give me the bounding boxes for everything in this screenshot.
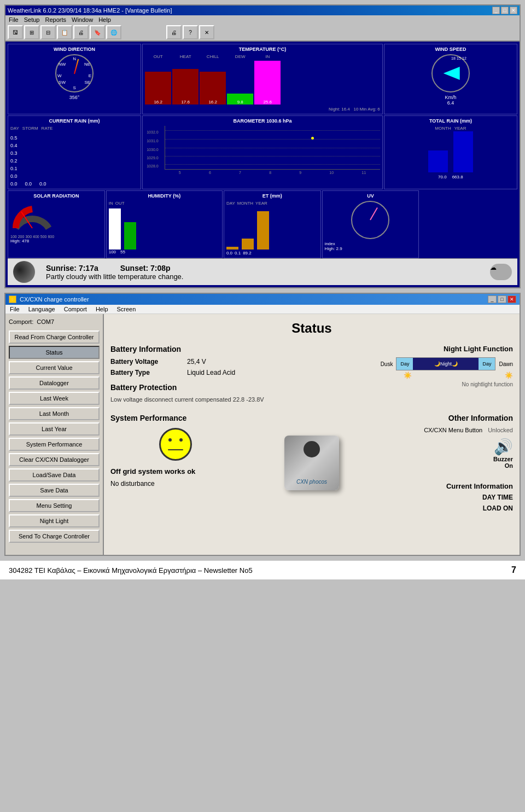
toolbar-btn-7[interactable]: 🌐 [106,25,121,39]
toolbar-btn-5[interactable]: 🖨 [73,25,89,39]
uv-index-label: index [325,241,417,246]
baro-x-10: 10 [329,171,334,175]
temp-bar-in: 25.6 [254,61,281,105]
et-bar-day [226,247,238,250]
cc-window: ⚡ CX/CXN charge controller _ □ ✕ File La… [4,293,521,556]
et-bar-year [257,211,269,250]
temp-bar-dew: 9.8 [227,94,253,105]
cc-menu-language[interactable]: Language [28,306,55,312]
cc-bottom-sections: System Performance Off grid system works… [110,414,513,512]
baro-line-1030: 1030.0 [165,148,380,148]
menu-setup[interactable]: Setup [24,16,40,23]
et-bars [226,206,318,250]
cc-menu-screen[interactable]: Screen [117,306,136,312]
current-rain-values: 0.0 0.0 0.0 [10,181,138,187]
current-rain-panel: CURRENT RAIN (mm) DAY STORM RATE 0.5 0.4… [8,115,141,189]
weather-content: WIND DIRECTION N NE E SE S SW W NW 356° [5,42,520,287]
compass-east: E [89,73,91,78]
last-year-button[interactable]: Last Year [9,422,100,436]
uv-info: index High: 2.9 [325,241,417,251]
menu-setting-button[interactable]: Menu Setting [9,499,100,512]
et-col-year: YEAR [255,201,267,206]
menu-file[interactable]: File [9,16,19,23]
status-button[interactable]: Status [9,346,100,359]
read-from-charge-controller-button[interactable]: Read From Charge Controller [9,330,100,344]
clear-datalogger-button[interactable]: Clear CX/CXN Datalogger [9,453,100,466]
datalogger-button[interactable]: Datalogger [9,376,100,390]
total-rain-cols: MONTH YEAR [387,126,515,131]
temp-col-out: OUT [145,54,171,59]
menu-window[interactable]: Window [72,16,93,23]
compass-west: W [57,73,62,78]
night-light-button[interactable]: Night Light [9,514,100,527]
menu-reports[interactable]: Reports [45,16,66,23]
comport-row: Comport: COM7 [9,318,100,325]
baro-line-1032: 1032.0 [165,130,380,131]
other-info-section: Other Information CX/CXN Menu Button Unl… [383,414,513,512]
toolbar-btn-4[interactable]: 📋 [57,25,72,39]
total-rain-bar-year [453,131,473,172]
rain-val-day: 0.0 [10,181,18,187]
buzzer-label-text: Buzzer On [383,456,513,469]
baro-line-1031: 1031.0 [165,139,380,140]
hum-bar-out [124,222,136,250]
system-performance-section: System Performance Off grid system works… [110,414,240,512]
wind-15: 15 [457,56,461,60]
toolbar-btn-help[interactable]: ? [183,25,198,39]
compass-south: S [73,85,75,90]
toolbar-btn-close2[interactable]: ✕ [199,25,214,39]
cc-menu-file[interactable]: File [10,306,20,312]
toolbar-btn-1[interactable]: 🖫 [8,25,23,39]
sunset: Sunset: 7:08p [120,264,171,272]
baro-x-8: 8 [269,171,271,175]
minimize-button[interactable]: _ [492,7,500,14]
weather-menubar: File Setup Reports Window Help [5,15,520,24]
solar-gauge-svg [10,201,54,234]
toolbar-btn-3[interactable]: ⊟ [40,25,56,39]
cc-menu-help[interactable]: Help [96,306,108,312]
wind-12: 12 [462,56,466,60]
current-info-row2: LOAD ON [383,504,513,512]
nl-night-center: 🌙 Night 🌙 [413,358,479,370]
rain-col-storm: STORM [22,126,38,131]
toolbar-btn-2[interactable]: ⊞ [24,25,39,39]
baro-x-labels: 5 6 7 8 9 10 11 [165,171,380,175]
unlocked-badge: Unlocked [488,427,513,433]
cx-cxn-menu-label: CX/CXN Menu Button [424,427,482,433]
close-button[interactable]: ✕ [510,7,517,14]
et-val-day: 0.0 [226,251,232,256]
last-week-button[interactable]: Last Week [9,392,100,405]
rain-scale-03: 0.3 [10,150,138,156]
last-month-button[interactable]: Last Month [9,407,100,420]
weather-window: WeatherLink 6.0.2 23/09/14 18:34a HME2 -… [4,4,521,288]
total-rain-panel: TOTAL RAIN (mm) MONTH YEAR 70.0 663.8 [384,115,517,189]
cc-menu-comport[interactable]: Comport [64,306,87,312]
menu-help[interactable]: Help [98,16,111,23]
toolbar-btn-6[interactable]: 🔖 [90,25,105,39]
baro-x-9: 9 [299,171,301,175]
load-save-data-button[interactable]: Load/Save Data [9,468,100,482]
hum-col-in: IN [109,201,113,206]
current-info-row1: DAY TIME [383,494,513,501]
send-to-controller-button[interactable]: Send To Charge Controller [9,530,100,543]
cc-close-button[interactable]: ✕ [508,295,516,303]
solar-gauge-wrapper [10,201,102,235]
total-rain-title: TOTAL RAIN (mm) [387,118,515,124]
compass-se: SE [84,80,90,85]
cc-maximize-button[interactable]: □ [498,295,506,303]
solar-high: High: 478 [10,239,102,243]
forecast-description: Partly cloudy with little temperature ch… [46,272,183,281]
maximize-button[interactable]: □ [501,7,509,14]
wind-speed-title: WIND SPEED [387,47,515,52]
wind-speed-panel: WIND SPEED 12 15 18 Km/h 6.4 [384,44,517,114]
system-performance-button[interactable]: System Performance [9,438,100,451]
et-bar-month [242,239,254,250]
cc-minimize-button[interactable]: _ [488,295,497,303]
humidity-panel: HUMIDITY (%) IN OUT 100 55 [106,190,223,258]
night-light-section: Night Light Function Dusk Day 🌙 Night 🌙 [316,345,513,403]
save-data-button[interactable]: Save Data [9,484,100,497]
cc-title: CX/CXN charge controller [20,296,89,303]
night-light-title: Night Light Function [316,345,513,353]
toolbar-btn-print[interactable]: 🖨 [166,25,182,39]
current-value-button[interactable]: Current Value [9,361,100,374]
